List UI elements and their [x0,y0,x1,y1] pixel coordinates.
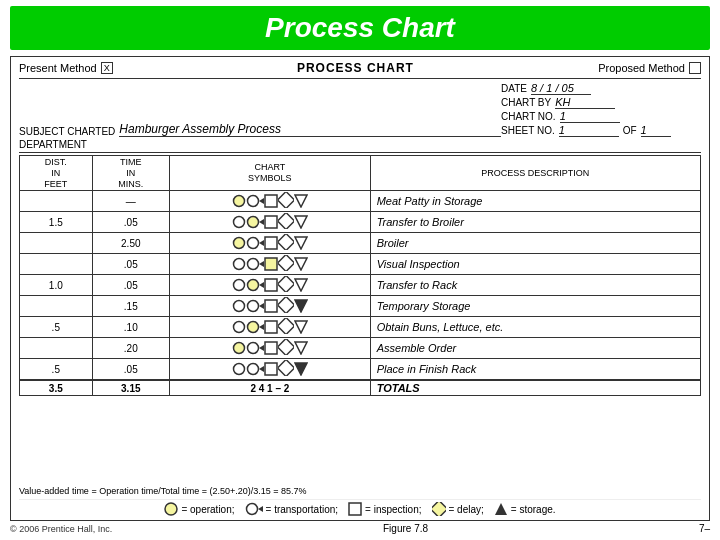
subject-right: DATE 8 / 1 / 05 CHART BY KH CHART NO. 1 … [501,82,701,137]
chart-no-label: CHART NO. [501,111,556,122]
proposed-method-label: Proposed Method [598,62,685,74]
date-label: DATE [501,83,527,94]
symbols-cell [169,212,370,233]
svg-marker-41 [295,321,307,333]
dist-cell [20,296,93,317]
page-wrapper: Process Chart Present Method X PROCESS C… [0,0,720,540]
process-table: DIST.INFEET TIMEINMINS. CHARTSYMBOLS PRO… [19,155,701,396]
desc-cell: Place in Finish Rack [370,359,700,381]
svg-marker-53 [295,363,307,375]
desc-cell: Broiler [370,233,700,254]
svg-rect-28 [278,276,294,292]
storage-icon [494,502,508,516]
svg-marker-59 [495,503,507,515]
svg-point-42 [233,343,244,354]
table-row: .5 .10 Obtain Buns, Lettuce, etc. [20,317,701,338]
svg-rect-22 [278,255,294,271]
svg-point-0 [233,196,244,207]
value-added-text: Value-added time = Operation time/Total … [19,486,307,496]
legend-delay: = delay; [432,502,484,516]
time-cell: .05 [92,254,169,275]
table-row: — Meat Patty in Storage [20,191,701,212]
dist-cell [20,233,93,254]
svg-point-7 [247,217,258,228]
col-desc: PROCESS DESCRIPTION [370,156,700,191]
inspection-icon [348,502,362,516]
svg-point-13 [247,238,258,249]
col-symbols: CHARTSYMBOLS [169,156,370,191]
sheet-of-value: 1 [641,124,671,137]
svg-rect-3 [265,195,277,207]
legend-row: = operation; = transportation; = inspect… [19,499,701,516]
time-cell: .10 [92,317,169,338]
svg-point-37 [247,322,258,333]
svg-point-18 [233,259,244,270]
svg-marker-56 [258,506,263,512]
dist-cell [20,191,93,212]
svg-point-19 [247,259,258,270]
svg-rect-4 [278,192,294,208]
sheet-no-value: 1 [559,124,619,137]
date-value: 8 / 1 / 05 [531,82,591,95]
svg-point-30 [233,301,244,312]
svg-rect-21 [265,258,277,270]
table-row: .20 Assemble Order [20,338,701,359]
dist-cell [20,254,93,275]
svg-rect-57 [349,503,361,515]
page-title: Process Chart [10,6,710,50]
figure-label: Figure 7.8 [383,523,428,534]
desc-cell: Visual Inspection [370,254,700,275]
svg-rect-46 [278,339,294,355]
dist-cell: .5 [20,359,93,381]
proposed-method-checkbox [689,62,701,74]
svg-point-31 [247,301,258,312]
svg-point-54 [165,503,177,515]
process-chart-title: PROCESS CHART [297,61,414,75]
transportation-icon [245,502,263,516]
dist-cell [20,338,93,359]
col-time: TIMEINMINS. [92,156,169,191]
chart-by-value: KH [555,96,615,109]
table-row: .15 Temporary Storage [20,296,701,317]
svg-point-12 [233,238,244,249]
svg-point-43 [247,343,258,354]
svg-marker-5 [295,195,307,207]
delay-icon [432,502,446,516]
page-number: 7– [699,523,710,534]
svg-point-36 [233,322,244,333]
symbols-cell [169,338,370,359]
proposed-method: Proposed Method [598,62,701,74]
col-dist: DIST.INFEET [20,156,93,191]
sheet-of-label: OF [623,125,637,136]
chart-by-label: CHART BY [501,97,551,108]
svg-marker-23 [295,258,307,270]
subject-value: Hamburger Assembly Process [119,122,501,137]
svg-point-49 [247,364,258,375]
symbols-cell [169,296,370,317]
present-method: Present Method X [19,62,113,74]
totals-label: TOTALS [370,380,700,396]
svg-rect-45 [265,342,277,354]
svg-point-55 [246,504,257,515]
copyright: © 2006 Prentice Hall, Inc. [10,524,112,534]
present-method-checkbox: X [101,62,113,74]
svg-rect-40 [278,318,294,334]
sheet-no-label: SHEET NO. [501,125,555,136]
subject-left: SUBJECT CHARTED Hamburger Assembly Proce… [19,122,501,137]
value-added-row: Value-added time = Operation time/Total … [19,486,701,496]
svg-rect-27 [265,279,277,291]
sheet-no-line: SHEET NO. 1 OF 1 [501,124,671,137]
operation-icon [164,502,178,516]
dist-cell: 1.5 [20,212,93,233]
totals-row: 3.5 3.15 2 4 1 – 2 TOTALS [20,380,701,396]
svg-point-48 [233,364,244,375]
chart-by-line: CHART BY KH [501,96,615,109]
chart-no-value: 1 [560,110,620,123]
table-header-row: DIST.INFEET TIMEINMINS. CHARTSYMBOLS PRO… [20,156,701,191]
form-area: Present Method X PROCESS CHART Proposed … [10,56,710,521]
table-row: 1.5 .05 Transfer to Broiler [20,212,701,233]
table-row: .5 .05 Place in Finish Rack [20,359,701,381]
svg-rect-34 [278,297,294,313]
svg-point-6 [233,217,244,228]
time-cell: .15 [92,296,169,317]
